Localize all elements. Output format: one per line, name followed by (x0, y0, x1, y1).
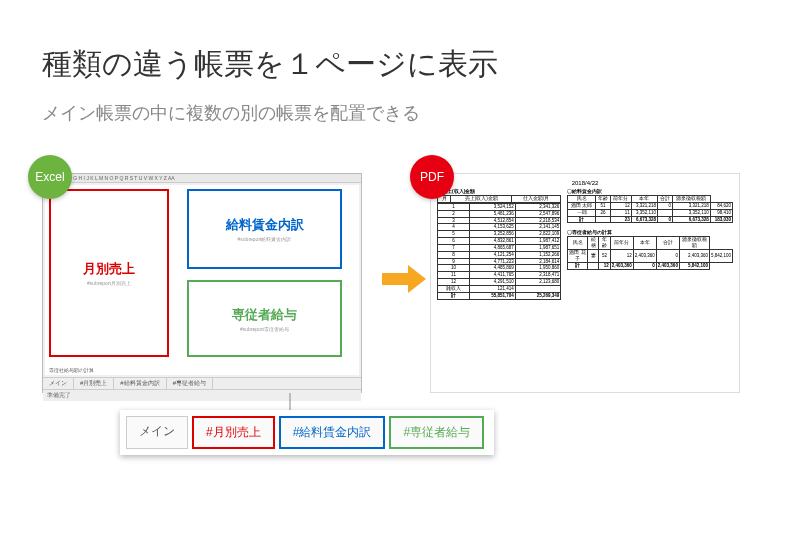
bottom-table-title: 〇専従者給与の計算 (567, 229, 733, 235)
page-subtitle: メイン帳票の中に複数の別の帳票を配置できる (0, 85, 805, 125)
pdf-badge: PDF (410, 155, 454, 199)
excel-panel: A B C D E F G H I J K L M N O P Q R S T … (42, 173, 362, 393)
bottom-table: 氏名続柄年齢前年分本年合計源泉徴収税額酒田 花子妻52122,403,36002… (567, 236, 733, 269)
box-sub: #subreport月別売上 (87, 280, 131, 286)
sheet-body: 1 ページ 月別売上 #subreport月別売上 給料賃金内訳 #subrep… (45, 185, 359, 375)
excel-badge: Excel (28, 155, 72, 199)
box-label: 給料賃金内訳 (226, 216, 304, 234)
tab-family[interactable]: #専従者給与 (389, 416, 484, 449)
column-ruler: A B C D E F G H I J K L M N O P Q R S T … (43, 174, 361, 183)
subreport-monthly-sales: 月別売上 #subreport月別売上 (49, 189, 169, 357)
pdf-panel: 2018/4/22 〇売上(収入)金額 月売上(収入)金額仕入金額/月 13,5… (430, 173, 740, 393)
left-table: 月売上(収入)金額仕入金額/月 (437, 195, 561, 203)
tab-salary[interactable]: #給料賃金内訳 (279, 416, 386, 449)
subreport-salary: 給料賃金内訳 #subreport給料賃金内訳 (187, 189, 342, 269)
box-sub: #subreport専従者給与 (240, 326, 289, 332)
footer-text: 専従社給与額の計算 (49, 367, 94, 373)
sheet-tab[interactable]: #給料賃金内訳 (114, 378, 166, 389)
tab-monthly[interactable]: #月別売上 (192, 416, 275, 449)
box-label: 月別売上 (83, 260, 135, 278)
subreport-family: 専従者給与 #subreport専従者給与 (187, 280, 342, 357)
box-label: 専従者給与 (232, 306, 297, 324)
arrow-icon (382, 265, 426, 293)
tab-callout: メイン #月別売上 #給料賃金内訳 #専従者給与 (120, 410, 494, 455)
box-sub: #subreport給料賃金内訳 (238, 236, 292, 242)
sheet-tab[interactable]: #月別売上 (74, 378, 114, 389)
right-table: 氏名年齢前年分本年合計源泉徴収税額酒田 太郎51123,321,21803,32… (567, 195, 733, 223)
sheet-tab[interactable]: #専従者給与 (167, 378, 213, 389)
pdf-date: 2018/4/22 (437, 180, 733, 186)
status-bar: 準備完了 (43, 389, 361, 401)
page-title: 種類の違う帳票を１ページに表示 (0, 0, 805, 85)
left-table-title: 〇売上(収入)金額 (437, 188, 561, 194)
right-table-title: 〇給料賃金内訳 (567, 188, 733, 194)
sheet-tab[interactable]: メイン (43, 378, 74, 389)
tab-main[interactable]: メイン (126, 416, 188, 449)
sheet-tabs: メイン #月別売上 #給料賃金内訳 #専従者給与 (43, 377, 361, 389)
